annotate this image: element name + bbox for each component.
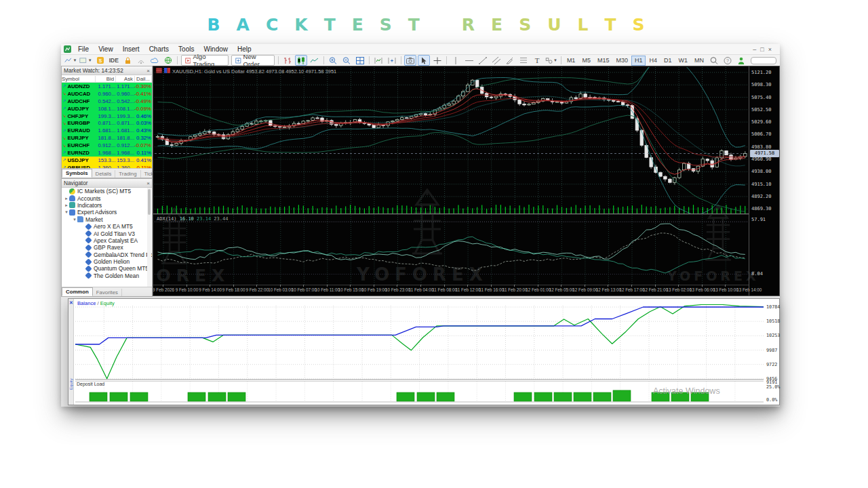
menu-item-tools[interactable]: Tools [174,45,199,53]
search-icon[interactable] [708,55,720,66]
community-icon[interactable] [162,55,174,66]
text-tool[interactable]: T [531,55,543,66]
minimize-button[interactable]: – [753,46,760,53]
tab-symbols[interactable]: Symbols [62,169,92,178]
column-header-1[interactable]: Bid [96,76,116,82]
tree-item[interactable]: The Golden Mean [62,272,152,279]
market-watch-row[interactable]: ↗EURAUD1.681...1.681...0.43% [62,127,152,134]
title-letter: R [462,15,475,35]
tree-item[interactable]: Aero X EA MT5 [62,223,152,230]
tab-favorites[interactable]: Favorites [93,289,122,296]
draw-pencil-tool[interactable] [504,55,516,66]
market-watch-row[interactable]: ↘AUDCAD0.960...0.960...-0.41% [62,90,152,98]
expander-open-icon[interactable]: ▾ [72,217,77,222]
menu-item-window[interactable]: Window [199,45,233,53]
horizontal-line-tool[interactable] [463,55,475,66]
metaeditor-icon[interactable]: $ [94,55,106,66]
timeframe-w1[interactable]: W1 [675,56,691,66]
algo-trading-button[interactable]: Algo Trading [181,55,229,66]
tree-item[interactable]: IC Markets (SC) MT5 [62,188,152,195]
help-icon[interactable]: ? [722,55,734,66]
market-watch-row[interactable]: ↗AUDCHF0.542...0.542...-0.49% [62,98,152,105]
indicator-list-button[interactable] [386,55,398,66]
profiles-button[interactable]: ▼ [79,55,92,66]
tree-item[interactable]: AI Gold Titan V3 [62,230,152,237]
trendline-tool[interactable] [477,55,489,66]
screenshot-camera-button[interactable] [404,55,416,66]
chart-type-button[interactable]: ▼ [64,55,77,66]
market-watch-row[interactable]: ↘EURCHF0.912...0.912...-0.07% [62,142,152,149]
expander-closed-icon[interactable]: ▸ [64,203,69,208]
timeframe-h1[interactable]: H1 [631,56,646,66]
tree-item[interactable]: ▾Expert Advisors [62,209,152,216]
tester-side-strip[interactable]: ✕ Equity [68,299,74,405]
menu-item-help[interactable]: Help [233,45,256,53]
market-watch-row[interactable]: ↘EURGBP0.871...0.871...0.03% [62,119,152,127]
timeframe-h4[interactable]: H4 [646,56,660,66]
tree-item[interactable]: ▾Market [62,216,152,223]
tree-item[interactable]: Golden Helion [62,258,152,265]
shapes-tool[interactable]: ▼ [545,55,558,66]
close-icon[interactable]: × [146,180,150,186]
indicator-window-button[interactable] [372,55,384,66]
menu-item-charts[interactable]: Charts [144,45,174,53]
bar-chart-type-button[interactable] [281,55,294,66]
ide-button[interactable]: IDE [108,55,120,66]
new-order-button[interactable]: New Order [231,55,275,66]
menu-item-view[interactable]: View [94,45,118,53]
cursor-tool-button[interactable] [418,55,430,66]
channel-tool[interactable] [490,55,502,66]
market-watch-row[interactable]: ↘CHFJPY199.3...199.3...0.46% [62,113,152,120]
market-watch-row[interactable]: ↗EURNZD1.968...1.968...0.11% [62,149,152,157]
timeframe-m30[interactable]: M30 [612,56,631,66]
tile-windows-button[interactable] [354,55,366,66]
tree-item[interactable]: GBP Ravex [62,244,152,251]
line-chart-type-button[interactable] [309,55,321,66]
zoom-in-button[interactable] [327,55,339,66]
column-header-2[interactable]: Ask [116,76,135,82]
zoom-out-button[interactable] [340,55,353,66]
candle-chart-type-button[interactable] [295,55,307,66]
crosshair-tool-button[interactable] [431,55,443,66]
scrollbar-thumb[interactable] [148,189,151,215]
menu-item-file[interactable]: File [73,45,94,53]
market-watch-row[interactable]: ↘EURJPY181.8...181.8...0.32% [62,134,152,142]
timeframe-d1[interactable]: D1 [660,56,675,66]
tree-item[interactable]: Quantum Queen MT5 [62,265,152,272]
navigator-scrollbar[interactable] [147,188,151,288]
tab-trading[interactable]: Trading [115,170,140,178]
adx-indicator-pane[interactable] [155,215,749,285]
maximize-button[interactable]: □ [760,46,768,53]
tree-item[interactable]: ▸Indicators [62,202,152,209]
expander-closed-icon[interactable]: ▸ [64,196,69,201]
market-watch-row[interactable]: ↗USDJPY153.3...153.3...0.41% [62,157,152,164]
account-status-icon[interactable] [735,55,747,66]
tab-common[interactable]: Common [62,287,93,296]
main-chart-plot[interactable] [155,67,749,214]
column-header-3[interactable]: Dail... [135,76,152,82]
tree-item[interactable]: GembalaADX Trend Follo [62,251,152,258]
tree-item[interactable]: ▸Accounts [62,195,152,201]
market-watch-row[interactable]: ↗AUDNZD1.171...1.171...-0.30% [62,83,152,90]
timeframe-mn[interactable]: MN [691,56,707,66]
vertical-line-tool[interactable] [450,55,462,66]
menu-item-insert[interactable]: Insert [118,45,144,53]
autotrade-lock-icon[interactable] [121,55,134,66]
expander-open-icon[interactable]: ▾ [64,209,69,215]
close-icon[interactable]: × [146,68,150,74]
close-button[interactable]: × [768,46,776,53]
close-icon[interactable]: ✕ [69,300,73,306]
timeframe-m15[interactable]: M15 [594,56,613,66]
timeframe-m5[interactable]: M5 [578,56,594,66]
cloud-icon[interactable] [149,55,161,66]
signal-off-icon[interactable] [135,55,147,66]
market-watch-row[interactable]: ↗AUDJPY108.1...108.1...-0.09% [62,105,152,113]
tab-details[interactable]: Details [92,170,116,178]
tree-item[interactable]: Apex Catalyst EA [62,237,152,244]
column-header-0[interactable]: Symbol [62,76,96,82]
chart-window[interactable]: YOFOREXYOFOREXYOFOREX XAUUSD,H1: Gold vs… [153,66,780,296]
tree-item-label: Accounts [77,195,100,202]
fibonacci-tool[interactable] [517,55,530,66]
tree-item-label: The Golden Mean [94,272,139,279]
timeframe-m1[interactable]: M1 [564,56,579,66]
